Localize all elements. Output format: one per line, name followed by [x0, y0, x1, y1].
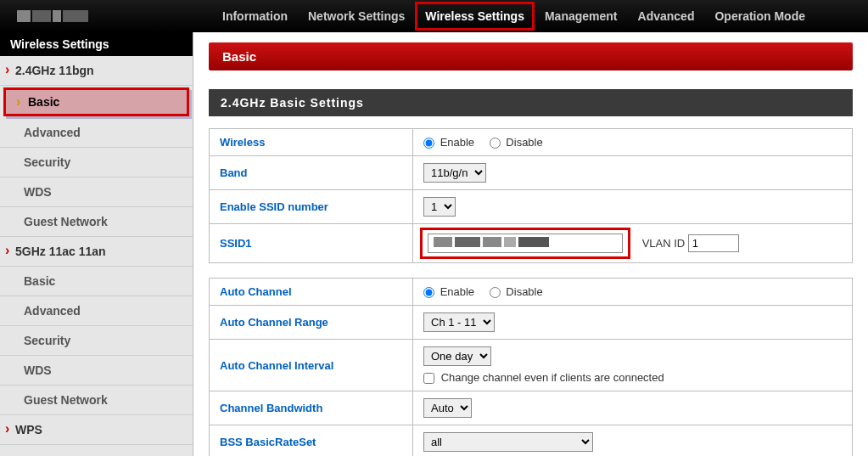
wireless-disable-radio[interactable] [490, 138, 501, 149]
nav-operation-mode[interactable]: Operation Mode [704, 2, 815, 31]
nav-information[interactable]: Information [212, 2, 298, 31]
wireless-enable-radio[interactable] [423, 138, 434, 149]
vlan-id-label: VLAN ID [642, 237, 686, 250]
sidebar-cat-5ghz[interactable]: 5GHz 11ac 11an [0, 237, 193, 267]
wireless-disable-text: Disable [506, 136, 542, 149]
sidebar-item-wds-24[interactable]: WDS [0, 177, 193, 207]
logo [17, 3, 119, 29]
autochannel-label: Auto Channel [210, 279, 413, 306]
ssid1-highlight [420, 228, 630, 259]
wireless-disable-option[interactable]: Disable [490, 136, 543, 149]
autochannel-enable-option[interactable]: Enable [423, 285, 478, 298]
nav-management[interactable]: Management [535, 2, 628, 31]
change-channel-checkbox-label[interactable]: Change channel even if clients are conne… [423, 371, 664, 384]
sidebar-item-security-5[interactable]: Security [0, 326, 193, 356]
top-nav: Information Network Settings Wireless Se… [0, 0, 868, 32]
autochannel-enable-radio[interactable] [423, 287, 434, 298]
section-title: 2.4GHz Basic Settings [209, 89, 853, 116]
autochannel-range-select[interactable]: Ch 1 - 11 [423, 312, 495, 332]
autochannel-disable-option[interactable]: Disable [490, 285, 543, 298]
sidebar-cat-24ghz[interactable]: 2.4GHz 11bgn [0, 56, 193, 86]
channel-bandwidth-label: Channel Bandwidth [210, 391, 413, 425]
main-content: Basic 2.4GHz Basic Settings Wireless Ena… [193, 32, 868, 456]
change-channel-text: Change channel even if clients are conne… [441, 371, 664, 384]
sidebar-item-security-24[interactable]: Security [0, 148, 193, 177]
ssid-number-select[interactable]: 1 [423, 197, 456, 217]
band-select[interactable]: 11b/g/n [423, 163, 486, 183]
nav-advanced[interactable]: Advanced [628, 2, 705, 31]
autochannel-interval-select[interactable]: One day [423, 346, 491, 366]
autochannel-disable-radio[interactable] [490, 287, 501, 298]
sidebar-item-guest-5[interactable]: Guest Network [0, 386, 193, 415]
autochannel-enable-text: Enable [440, 285, 474, 298]
bss-rateset-label: BSS BasicRateSet [210, 425, 413, 456]
sidebar: Wireless Settings 2.4GHz 11bgn Basic Adv… [0, 32, 193, 456]
ssid-number-label: Enable SSID number [210, 190, 413, 224]
wireless-enable-option[interactable]: Enable [423, 136, 478, 149]
vlan-id-input[interactable] [688, 234, 739, 252]
page-title: Basic [209, 42, 853, 70]
nav-wireless-settings[interactable]: Wireless Settings [415, 2, 535, 31]
sidebar-item-wds-5[interactable]: WDS [0, 356, 193, 386]
sidebar-item-advanced-24[interactable]: Advanced [0, 118, 193, 148]
sidebar-cat-wps[interactable]: WPS [0, 415, 193, 445]
nav-network-settings[interactable]: Network Settings [298, 2, 415, 31]
sidebar-item-basic-5[interactable]: Basic [0, 267, 193, 296]
autochannel-disable-text: Disable [506, 285, 542, 298]
band-label: Band [210, 156, 413, 190]
bss-rateset-select[interactable]: all [423, 432, 593, 452]
ssid1-label: SSID1 [210, 224, 413, 263]
change-channel-checkbox[interactable] [423, 373, 434, 384]
sidebar-item-guest-24[interactable]: Guest Network [0, 207, 193, 237]
sidebar-item-advanced-5[interactable]: Advanced [0, 296, 193, 326]
sidebar-title: Wireless Settings [0, 32, 193, 56]
channel-bandwidth-select[interactable]: Auto [423, 398, 472, 418]
ssid1-input[interactable] [428, 234, 623, 253]
autochannel-range-label: Auto Channel Range [210, 306, 413, 340]
sidebar-item-basic-24[interactable]: Basic [3, 87, 189, 116]
settings-table: Wireless Enable Disable Band 11b/g [209, 128, 853, 456]
autochannel-interval-label: Auto Channel Interval [210, 340, 413, 391]
wireless-label: Wireless [210, 129, 413, 156]
wireless-enable-text: Enable [440, 136, 474, 149]
